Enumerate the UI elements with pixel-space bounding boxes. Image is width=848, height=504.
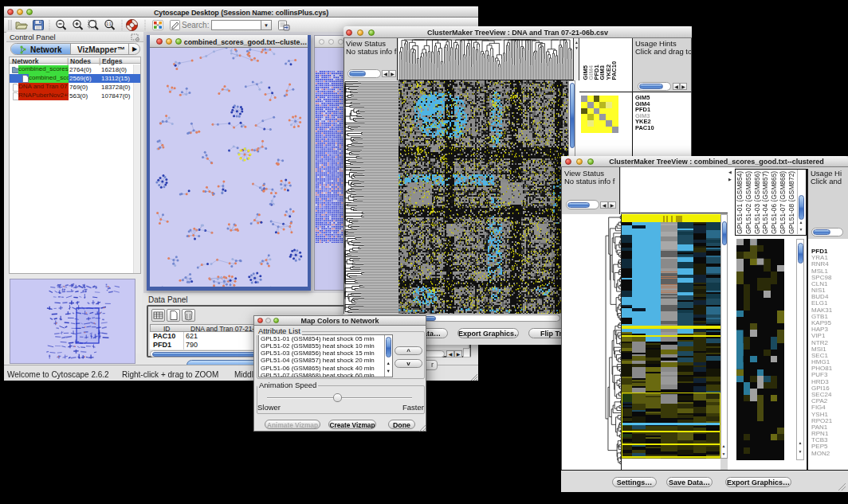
svg-text:1:1: 1:1 <box>106 22 112 26</box>
